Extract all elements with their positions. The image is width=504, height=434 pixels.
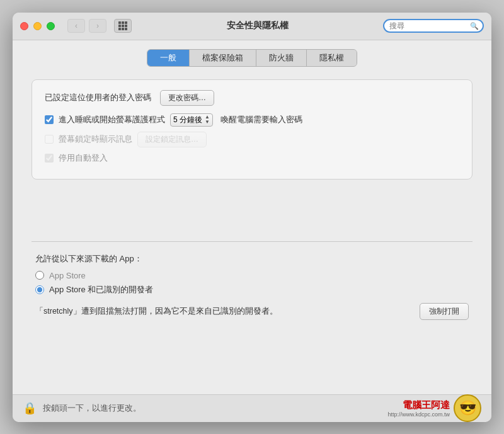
- watermark-area: 電腦王阿達 http://www.kdcpc.com.tw 😎: [147, 394, 481, 422]
- grid-view-button[interactable]: [114, 19, 132, 33]
- sleep-checkbox-label: 進入睡眠或開始螢幕護護程式: [59, 114, 165, 125]
- dropdown-arrows-icon: ▲▼: [205, 115, 210, 125]
- radio-appstore-row: App Store: [35, 271, 469, 280]
- forward-button[interactable]: ›: [89, 19, 106, 33]
- back-arrow-icon: ‹: [75, 21, 77, 30]
- close-button[interactable]: [20, 22, 28, 30]
- set-lock-info-button: 設定鎖定訊息…: [137, 132, 207, 147]
- sleep-checkbox-row: 進入睡眠或開始螢幕護護程式 5 分鐘後 ▲▼ 喚醒電腦需要輸入密碼: [45, 113, 459, 127]
- sleep-time-value: 5 分鐘後: [173, 115, 202, 125]
- search-input[interactable]: [389, 21, 467, 30]
- forward-arrow-icon: ›: [96, 21, 99, 30]
- sleep-time-dropdown[interactable]: 5 分鐘後 ▲▼: [170, 113, 213, 127]
- search-box[interactable]: 🔍: [383, 19, 484, 33]
- lock-message: 按鎖頭一下，以進行更改。: [43, 403, 141, 414]
- window-buttons: [20, 22, 55, 30]
- tab-privacy[interactable]: 隱私權: [307, 50, 357, 66]
- main-content: 已設定這位使用者的登入密碼 更改密碼… 進入睡眠或開始螢幕護護程式 5 分鐘後 …: [13, 73, 491, 394]
- top-section: 已設定這位使用者的登入密碼 更改密碼… 進入睡眠或開始螢幕護護程式 5 分鐘後 …: [32, 79, 472, 180]
- downloads-section: 允許從以下來源下載的 App： App Store App Store 和已識別…: [32, 253, 472, 320]
- change-password-button[interactable]: 更改密碼…: [160, 90, 214, 106]
- radio-appstore-identified-row: App Store 和已識別的開發者: [35, 284, 469, 295]
- watermark-avatar: 😎: [454, 394, 481, 422]
- minimize-button[interactable]: [33, 22, 42, 30]
- wake-label: 喚醒電腦需要輸入密碼: [220, 114, 302, 125]
- back-button[interactable]: ‹: [67, 19, 85, 33]
- blocked-message-row: 「stretchly」遭到阻擋無法打開，因為它不是來自已識別的開發者。 強制打開: [35, 303, 469, 320]
- tab-firewall[interactable]: 防火牆: [256, 50, 307, 66]
- lock-icon: 🔒: [23, 401, 37, 415]
- auto-login-label: 停用自動登入: [59, 152, 108, 164]
- section-divider: [32, 241, 472, 242]
- tab-filevault[interactable]: 檔案保險箱: [190, 50, 256, 66]
- auto-login-row: 停用自動登入: [45, 152, 459, 164]
- watermark-url: http://www.kdcpc.com.tw: [387, 411, 450, 418]
- search-icon: 🔍: [470, 22, 479, 30]
- bottom-bar: 🔒 按鎖頭一下，以進行更改。 電腦王阿達 http://www.kdcpc.co…: [13, 394, 491, 422]
- window-title: 安全性與隱私權: [132, 20, 383, 31]
- screen-lock-row: 螢幕鎖定時顯示訊息 設定鎖定訊息…: [45, 132, 459, 147]
- grid-icon: [118, 21, 127, 30]
- maximize-button[interactable]: [47, 22, 55, 30]
- password-label: 已設定這位使用者的登入密碼: [45, 92, 151, 103]
- password-row: 已設定這位使用者的登入密碼 更改密碼…: [45, 90, 459, 106]
- watermark-text: 電腦王阿達 http://www.kdcpc.com.tw: [387, 399, 450, 418]
- watermark-title: 電腦王阿達: [403, 399, 450, 411]
- auto-login-checkbox: [45, 154, 54, 163]
- allow-label: 允許從以下來源下載的 App：: [35, 253, 469, 265]
- tab-general[interactable]: 一般: [147, 50, 190, 66]
- sleep-checkbox[interactable]: [45, 115, 54, 124]
- blocked-message: 「stretchly」遭到阻擋無法打開，因為它不是來自已識別的開發者。: [35, 306, 407, 317]
- screen-lock-checkbox: [45, 135, 54, 144]
- nav-buttons: ‹ ›: [67, 19, 132, 33]
- radio-appstore-label: App Store: [49, 271, 86, 280]
- tabs-group: 一般 檔案保險箱 防火牆 隱私權: [147, 49, 357, 67]
- spacer: [32, 180, 472, 230]
- radio-appstore-identified-label: App Store 和已識別的開發者: [49, 284, 153, 295]
- radio-appstore-identified[interactable]: [35, 285, 44, 294]
- radio-appstore[interactable]: [35, 271, 44, 280]
- titlebar: ‹ › 安全性與隱私權 🔍: [13, 13, 491, 40]
- screen-lock-label: 螢幕鎖定時顯示訊息: [59, 134, 132, 145]
- tabs-bar: 一般 檔案保險箱 防火牆 隱私權: [13, 40, 491, 73]
- force-open-button[interactable]: 強制打開: [420, 303, 469, 320]
